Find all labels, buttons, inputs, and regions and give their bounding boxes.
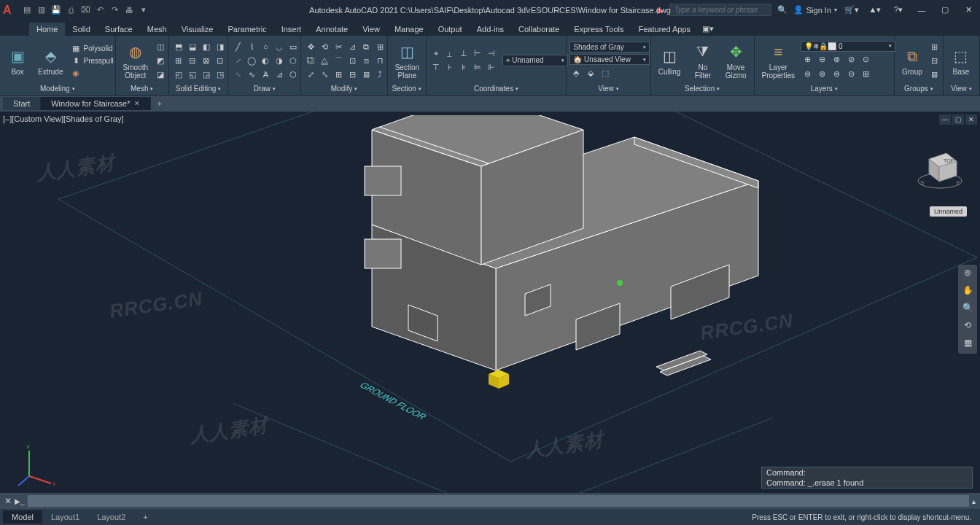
draw-arc-icon[interactable]: ◡ bbox=[273, 40, 286, 53]
tab-expresstools[interactable]: Express Tools bbox=[567, 23, 631, 36]
mod-stretch-icon[interactable]: ⤢ bbox=[304, 68, 317, 81]
polysolid-button[interactable]: ▦Polysolid bbox=[69, 42, 115, 54]
qat-undo-icon[interactable]: ↶ bbox=[93, 4, 106, 17]
nav-show-icon[interactable]: ▦ bbox=[961, 338, 974, 351]
layout1-tab[interactable]: Layout1 bbox=[42, 510, 88, 524]
lay-t2-icon[interactable]: ⊖ bbox=[815, 53, 828, 66]
draw-14-icon[interactable]: ⊿ bbox=[273, 68, 286, 81]
search-icon[interactable]: 🔍 bbox=[777, 5, 788, 15]
se-icon-1[interactable]: ⬒ bbox=[172, 40, 185, 53]
ucs-named-dropdown[interactable]: ⌖ Unnamed bbox=[502, 55, 568, 66]
mod-4-icon[interactable]: ⊿ bbox=[346, 40, 359, 53]
mod-scale-icon[interactable]: ⤡ bbox=[318, 68, 331, 81]
panel-title-groups[interactable]: Groups bbox=[898, 84, 940, 93]
mod-mirror-icon[interactable]: ⧋ bbox=[318, 54, 331, 67]
draw-13-icon[interactable]: A bbox=[259, 68, 272, 81]
cart-icon[interactable]: 🛒▾ bbox=[843, 5, 860, 15]
add-layout-button[interactable]: + bbox=[134, 510, 156, 524]
nav-zoom-icon[interactable]: 🔍 bbox=[961, 303, 974, 316]
se-icon-8[interactable]: ⊡ bbox=[214, 54, 227, 67]
mod-11-icon[interactable]: ⧈ bbox=[359, 54, 373, 67]
ucs-2-icon[interactable]: ⟂ bbox=[443, 47, 456, 61]
mesh-tool3-icon[interactable]: ◪ bbox=[154, 68, 167, 81]
panel-title-mesh[interactable]: Mesh bbox=[119, 84, 166, 93]
se-icon-11[interactable]: ◲ bbox=[200, 68, 213, 81]
nav-wheel-icon[interactable]: ⊚ bbox=[961, 268, 974, 281]
draw-7-icon[interactable]: ◯ bbox=[245, 54, 258, 67]
se-icon-9[interactable]: ◰ bbox=[172, 68, 185, 81]
draw-12-icon[interactable]: ∿ bbox=[245, 68, 258, 81]
tab-surface[interactable]: Surface bbox=[98, 23, 140, 36]
mod-17-icon[interactable]: ⊠ bbox=[359, 68, 373, 81]
ucs-1-icon[interactable]: ⌖ bbox=[429, 47, 443, 61]
mesh-tool2-icon[interactable]: ◩ bbox=[154, 54, 167, 67]
minimize-button[interactable]: — bbox=[913, 6, 930, 15]
tab-mesh[interactable]: Mesh bbox=[140, 23, 174, 36]
file-tab-current[interactable]: Window for Staircase*✕ bbox=[41, 97, 151, 110]
extrude-button[interactable]: ⬘Extrude bbox=[34, 44, 67, 77]
box-button[interactable]: ▣Box bbox=[3, 44, 32, 77]
ucs-5-icon[interactable]: ⊣ bbox=[485, 47, 498, 61]
layer-props-button[interactable]: ≡Layer Properties bbox=[758, 40, 800, 81]
presspull-button[interactable]: ⬍Presspull bbox=[69, 55, 115, 66]
se-icon-3[interactable]: ◧ bbox=[200, 40, 213, 53]
section-plane-button[interactable]: ◫Section Plane bbox=[391, 40, 424, 81]
ucs-6-icon[interactable]: ⊤ bbox=[429, 61, 443, 74]
qat-print-icon[interactable]: 🖶 bbox=[122, 4, 136, 17]
draw-9-icon[interactable]: ◑ bbox=[273, 54, 286, 67]
gizmo-button[interactable]: ✥Move Gizmo bbox=[721, 40, 751, 81]
se-icon-12[interactable]: ◳ bbox=[214, 68, 227, 81]
lay-t10-icon[interactable]: ⊞ bbox=[859, 68, 872, 81]
tab-expand-icon[interactable]: ▣▾ bbox=[698, 22, 718, 36]
mod-fillet-icon[interactable]: ⌒ bbox=[332, 54, 345, 67]
smooth-button[interactable]: ◍Smooth Object bbox=[119, 40, 152, 81]
layer-dropdown[interactable]: 💡❄🔒⬜ 0 bbox=[801, 41, 895, 52]
named-view-dropdown[interactable]: 🏠 Unsaved View bbox=[569, 54, 650, 65]
close-button[interactable]: ✕ bbox=[960, 5, 977, 15]
layout2-tab[interactable]: Layout2 bbox=[88, 510, 134, 524]
ucs-10-icon[interactable]: ⊩ bbox=[485, 61, 498, 74]
ucs-3-icon[interactable]: ⊥ bbox=[457, 47, 470, 61]
lay-t3-icon[interactable]: ⊗ bbox=[830, 53, 843, 66]
cmd-expand-icon[interactable]: ▴ bbox=[972, 497, 976, 505]
grp-t2-icon[interactable]: ⊟ bbox=[928, 54, 941, 67]
panel-title-modeling[interactable]: Modeling bbox=[3, 84, 112, 93]
command-input[interactable] bbox=[28, 495, 969, 507]
panel-title-selection[interactable]: Selection bbox=[654, 84, 751, 93]
tab-home[interactable]: Home bbox=[29, 23, 65, 36]
lay-t8-icon[interactable]: ⊜ bbox=[830, 68, 843, 81]
nav-pan-icon[interactable]: ✋ bbox=[961, 285, 974, 298]
qat-more-icon[interactable]: ▾ bbox=[137, 4, 150, 17]
nofilter-button[interactable]: ⧩No Filter bbox=[686, 40, 719, 81]
qat-plot-icon[interactable]: ⌧ bbox=[79, 4, 92, 17]
lay-t6-icon[interactable]: ⊚ bbox=[801, 68, 814, 81]
view-tool1-icon[interactable]: ⬘ bbox=[569, 66, 583, 79]
panel-title-layers[interactable]: Layers bbox=[758, 84, 891, 93]
mod-rotate-icon[interactable]: ⟲ bbox=[318, 40, 331, 53]
se-icon-4[interactable]: ◨ bbox=[214, 40, 227, 53]
add-tab-button[interactable]: + bbox=[151, 97, 167, 110]
grp-t1-icon[interactable]: ⊞ bbox=[928, 40, 941, 53]
mod-5-icon[interactable]: ⧉ bbox=[359, 40, 373, 53]
qat-new-icon[interactable]: ▤ bbox=[20, 4, 34, 17]
mod-10-icon[interactable]: ⊡ bbox=[346, 54, 359, 67]
view-unnamed-badge[interactable]: Unnamed bbox=[930, 206, 967, 217]
mod-move-icon[interactable]: ✥ bbox=[304, 40, 317, 53]
maximize-button[interactable]: ▢ bbox=[936, 5, 954, 15]
draw-6-icon[interactable]: ⟋ bbox=[231, 54, 244, 67]
ucs-8-icon[interactable]: ⊧ bbox=[457, 61, 470, 74]
mod-16-icon[interactable]: ⊟ bbox=[346, 68, 359, 81]
draw-11-icon[interactable]: ⟍ bbox=[231, 68, 244, 81]
tab-featuredapps[interactable]: Featured Apps bbox=[631, 23, 699, 36]
tab-addins[interactable]: Add-ins bbox=[470, 23, 511, 36]
lay-t7-icon[interactable]: ⊛ bbox=[815, 68, 828, 81]
nav-orbit-icon[interactable]: ⟲ bbox=[961, 320, 974, 333]
lay-t5-icon[interactable]: ⊙ bbox=[859, 53, 872, 66]
cmd-close-icon[interactable]: ✕ bbox=[4, 496, 12, 506]
ucs-4-icon[interactable]: ⊢ bbox=[471, 47, 484, 61]
visual-style-dropdown[interactable]: Shades of Gray bbox=[569, 42, 650, 52]
tab-manage[interactable]: Manage bbox=[387, 23, 431, 36]
qat-save-icon[interactable]: 💾 bbox=[50, 4, 63, 17]
panel-title-viewbase[interactable]: View bbox=[946, 84, 976, 93]
mod-trim-icon[interactable]: ✂ bbox=[332, 40, 345, 53]
